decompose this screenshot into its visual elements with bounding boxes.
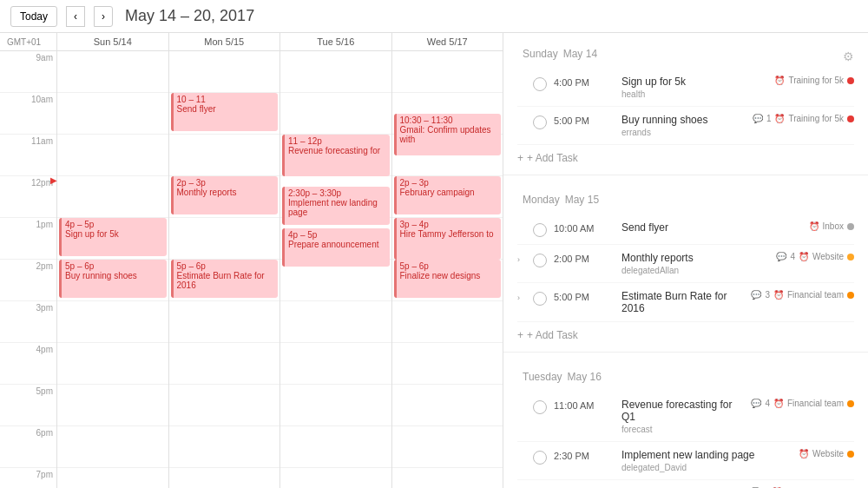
task-tag: Training for 5k (788, 114, 844, 123)
time-10am: 10am (0, 93, 56, 135)
comment-icon: 💬 (776, 252, 786, 261)
day-col-wed: 10:30 – 11:30Gmail: Confirm updates with… (392, 51, 503, 488)
alarm-icon: ⏰ (774, 114, 785, 123)
task-row: 4:00 PM Sign up for 5k health ⏰ Training… (517, 69, 854, 107)
timezone-label: GMT+01 (0, 33, 57, 50)
next-button[interactable]: › (94, 6, 113, 27)
expand-arrow[interactable]: › (517, 293, 526, 302)
tag-dot (847, 451, 854, 458)
event-sun-signup[interactable]: 4p – 5pSign up for 5k (59, 218, 167, 256)
alarm-icon: ⏰ (809, 221, 819, 231)
task-checkbox[interactable] (533, 254, 547, 267)
plus-icon: + (517, 329, 523, 341)
tag-dot (847, 292, 854, 299)
task-meta: ⏰ Inbox (809, 221, 854, 231)
expand-arrow[interactable]: › (517, 255, 526, 264)
calendar-header: Today ‹ › May 14 – 20, 2017 (0, 0, 868, 33)
task-row: 2:30 PM Implement new landing page deleg… (517, 442, 854, 480)
time-2pm: 2pm (0, 260, 56, 301)
plus-icon: + (517, 152, 523, 164)
calendar-body: 9am 10am 11am 12pm 1pm 2pm 3pm 4pm 5pm 6… (0, 51, 503, 488)
time-5pm: 5pm (0, 385, 56, 426)
task-info: Estimate Burn Rate for 2016 (621, 290, 744, 314)
event-mon-burn[interactable]: 5p – 6pEstimate Burn Rate for 2016 (171, 260, 279, 298)
event-wed-tammy[interactable]: 3p – 4pHire Tammy Jefferson to (394, 218, 502, 260)
task-time: 10:00 AM (554, 223, 615, 234)
event-wed-finalize[interactable]: 5p – 6pFinalize new designs (394, 260, 502, 298)
prev-button[interactable]: ‹ (66, 6, 85, 27)
day-header-wed: Wed 5/17 (392, 33, 503, 50)
event-wed-feb[interactable]: 2p – 3pFebruary campaign (394, 176, 502, 214)
task-row: 10:00 AM Send flyer ⏰ Inbox (517, 214, 854, 245)
tag-dot (847, 254, 854, 260)
sunday-section: SundayMay 14 ⚙ 4:00 PM Sign up for 5k he… (503, 33, 868, 171)
task-meta: 💬 4 ⏰ Website (776, 252, 854, 261)
alarm-icon: ⏰ (773, 290, 784, 300)
task-checkbox[interactable] (533, 77, 547, 91)
time-4pm: 4pm (0, 343, 56, 385)
task-checkbox[interactable] (533, 115, 547, 129)
days-grid: ▶ 4p – 5pSign up for 5k 5p – 6pBuy runni… (57, 51, 503, 488)
event-mon-flyer[interactable]: 10 – 11Send flyer (171, 93, 279, 131)
task-tag: Inbox (823, 221, 844, 231)
time-6pm: 6pm (0, 426, 56, 468)
task-tag: Financial team (787, 290, 844, 300)
event-mon-monthly[interactable]: 2p – 3pMonthly reports (171, 176, 279, 214)
monday-title: MondayMay 15 (517, 189, 854, 208)
event-tue-landing[interactable]: 2:30p – 3:30pImplement new landing page (282, 187, 390, 225)
gear-icon[interactable]: ⚙ (843, 49, 854, 63)
task-title: Buy running shoes (621, 114, 746, 126)
tuesday-section: TuesdayMay 16 11:00 AM Revenue forecasti… (503, 356, 868, 488)
task-checkbox[interactable] (533, 292, 547, 306)
add-task-button[interactable]: + + Add Task (517, 145, 854, 171)
tuesday-title: TuesdayMay 16 (517, 366, 854, 385)
task-checkbox[interactable] (533, 400, 547, 414)
day-header-mon: Mon 5/15 (169, 33, 281, 50)
task-title: Revenue forecasting for Q1 (621, 399, 744, 423)
event-tue-revenue[interactable]: 11 – 12pRevenue forecasting for (282, 135, 390, 176)
task-tag: Website (812, 252, 844, 261)
task-row: 4:00 PM Prepare announcement for the web… (517, 480, 854, 488)
task-row: 5:00 PM Buy running shoes errands 💬 1 ⏰ … (517, 107, 854, 145)
section-divider (503, 352, 868, 353)
task-info: Revenue forecasting for Q1 forecast (621, 399, 744, 434)
add-task-button[interactable]: + + Add Task (517, 322, 854, 348)
task-checkbox[interactable] (533, 223, 547, 237)
event-sun-shoes[interactable]: 5p – 6pBuy running shoes (59, 260, 167, 298)
task-title: Monthly reports (621, 252, 769, 264)
task-time: 5:00 PM (554, 115, 615, 126)
task-meta: ⏰ Website (799, 449, 854, 458)
alarm-icon: ⏰ (799, 449, 809, 458)
task-panel: SundayMay 14 ⚙ 4:00 PM Sign up for 5k he… (503, 33, 868, 488)
monday-section: MondayMay 15 10:00 AM Send flyer ⏰ Inbox… (503, 179, 868, 348)
task-time: 2:30 PM (554, 451, 615, 461)
event-tue-announce[interactable]: 4p – 5pPrepare announcement (282, 228, 390, 267)
day-col-sun: ▶ 4p – 5pSign up for 5k 5p – 6pBuy runni… (57, 51, 169, 488)
alarm-icon: ⏰ (773, 399, 784, 408)
event-wed-gmail[interactable]: 10:30 – 11:30Gmail: Confirm updates with (394, 114, 502, 155)
day-col-tue: 11 – 12pRevenue forecasting for 2:30p – … (280, 51, 392, 488)
task-row: 11:00 AM Revenue forecasting for Q1 fore… (517, 392, 854, 442)
today-button[interactable]: Today (10, 6, 57, 27)
task-sub: delegatedAllan (621, 266, 769, 275)
task-time: 5:00 PM (554, 292, 615, 302)
task-title: Implement new landing page (621, 449, 792, 461)
task-row: › 5:00 PM Estimate Burn Rate for 2016 💬 … (517, 283, 854, 322)
task-sub: forecast (621, 425, 744, 434)
time-3pm: 3pm (0, 301, 56, 343)
task-meta: 💬 3 ⏰ Financial team (751, 290, 854, 300)
task-checkbox[interactable] (533, 451, 547, 465)
main-container: GMT+01 Sun 5/14 Mon 5/15 Tue 5/16 Wed 5/… (0, 33, 868, 488)
task-info: Sign up for 5k health (621, 76, 767, 99)
task-sub: errands (621, 128, 746, 137)
comment-count: 4 (765, 399, 770, 408)
tag-dot (847, 223, 854, 230)
task-info: Send flyer (621, 221, 802, 234)
comment-count: 4 (790, 252, 795, 261)
tag-dot (847, 77, 854, 84)
comment-icon: 💬 (751, 399, 761, 408)
time-1pm: 1pm (0, 218, 56, 260)
task-sub: delegated_David (621, 463, 792, 472)
task-info: Monthly reports delegatedAllan (621, 252, 769, 275)
calendar-day-headers: GMT+01 Sun 5/14 Mon 5/15 Tue 5/16 Wed 5/… (0, 33, 503, 51)
